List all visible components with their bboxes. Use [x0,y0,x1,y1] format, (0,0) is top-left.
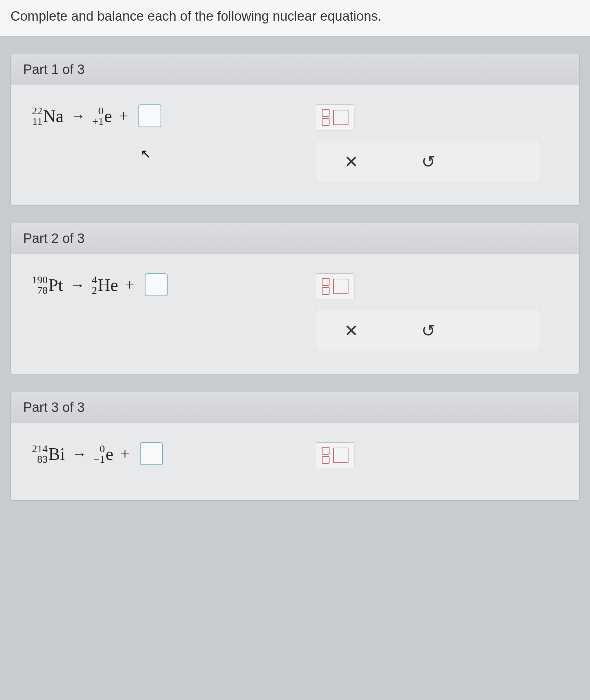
plus-sign: + [125,276,134,294]
question-prompt: Complete and balance each of the followi… [0,0,590,36]
atomic-number: 83 [37,454,48,464]
reactant-2: 190 78 Pt [32,274,63,295]
part-1-title: Part 1 of 3 [11,54,579,85]
part-2-body: 190 78 Pt → 4 2 He + [11,254,579,374]
element-symbol: He [98,275,118,295]
arrow-icon: → [70,108,85,124]
clear-button[interactable]: ✕ [344,321,358,340]
atomic-number: 11 [32,116,42,127]
part-3-title: Part 3 of 3 [11,392,579,423]
mass-number: 190 [32,274,48,285]
element-symbol: e [106,444,113,464]
mass-number: 0 [98,106,103,116]
part-1: Part 1 of 3 22 11 Na → 0 +1 e + ↖ [11,54,579,205]
isotope-symbol-box-icon [333,448,348,463]
action-row-1: ✕ ↺ [316,141,540,182]
product-3a: 0 −1 e [94,443,113,464]
reactant-3: 214 83 Bi [32,443,65,464]
element-symbol: e [104,106,112,126]
clear-button[interactable]: ✕ [344,152,358,171]
isotope-tool-button[interactable] [316,273,354,299]
atomic-number: 2 [92,285,97,295]
element-symbol: Pt [48,275,63,295]
element-symbol: Bi [48,444,65,464]
plus-sign: + [119,107,128,125]
action-row-2: ✕ ↺ [316,310,540,351]
controls-1: ✕ ↺ [316,104,563,182]
isotope-atomic-box-icon [322,456,330,464]
part-2: Part 2 of 3 190 78 Pt → 4 2 He + [11,223,579,374]
mass-number: 0 [100,443,105,454]
isotope-mass-box-icon [322,447,330,455]
mass-number: 4 [92,274,97,285]
isotope-tool-button[interactable] [316,104,354,130]
isotope-symbol-box-icon [333,279,348,294]
arrow-icon: → [70,277,85,293]
cursor-icon: ↖ [141,147,151,161]
equation-2: 190 78 Pt → 4 2 He + [32,273,305,296]
mass-number: 214 [32,443,48,454]
answer-input-3[interactable] [140,442,163,465]
arrow-icon: → [72,446,87,462]
isotope-tool-button[interactable] [316,442,354,468]
answer-input-2[interactable] [145,273,168,296]
product-2a: 4 2 He [92,274,118,295]
isotope-atomic-box-icon [322,287,330,295]
atomic-number: +1 [92,116,103,127]
controls-3 [316,442,563,468]
equation-1: 22 11 Na → 0 +1 e + ↖ [32,104,305,127]
reset-button[interactable]: ↺ [421,321,435,340]
isotope-symbol-box-icon [333,110,348,125]
isotope-mass-box-icon [322,109,330,117]
part-3-body: 214 83 Bi → 0 −1 e + [11,423,579,500]
part-1-body: 22 11 Na → 0 +1 e + ↖ [11,85,579,205]
equation-3: 214 83 Bi → 0 −1 e + [32,442,305,465]
answer-input-1[interactable] [138,104,161,127]
product-1a: 0 +1 e [92,106,112,127]
isotope-mass-box-icon [322,278,330,286]
plus-sign: + [120,444,129,463]
mass-number: 22 [32,106,42,116]
isotope-atomic-box-icon [322,118,330,126]
reset-button[interactable]: ↺ [421,152,435,171]
controls-2: ✕ ↺ [316,273,563,351]
part-2-title: Part 2 of 3 [11,223,579,254]
reactant-1: 22 11 Na [32,106,63,127]
element-symbol: Na [43,106,63,126]
atomic-number: 78 [37,285,48,295]
part-3: Part 3 of 3 214 83 Bi → 0 −1 e + [11,392,579,501]
atomic-number: −1 [94,454,105,464]
